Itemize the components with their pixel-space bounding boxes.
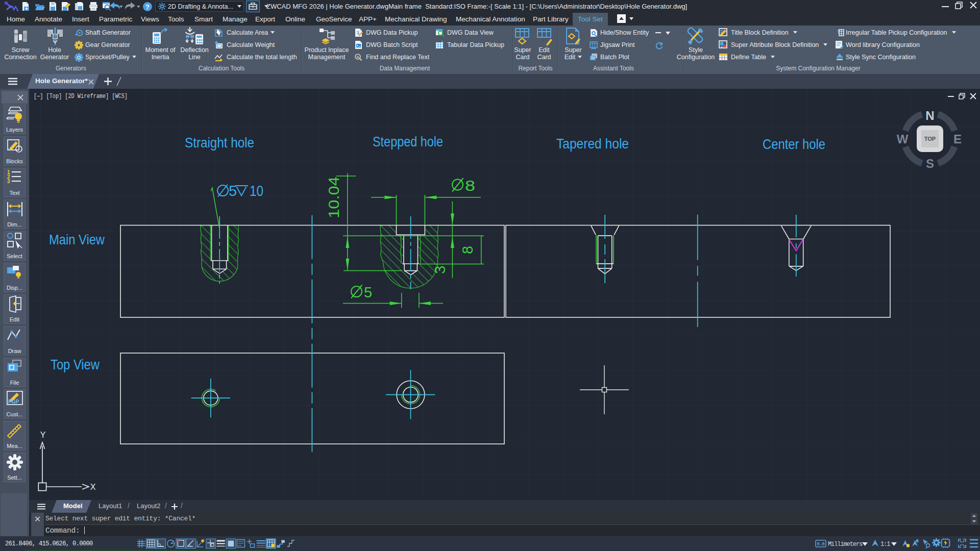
svg-text:Straight hole: Straight hole <box>185 134 254 151</box>
svg-text:1: 1 <box>357 30 359 35</box>
svg-text:8: 8 <box>465 178 475 194</box>
svg-text:TOP: TOP <box>924 136 936 142</box>
svg-text:Millimeters: Millimeters <box>828 541 863 548</box>
svg-text:[—] [Top] [2D Wireframe] [WCS]: [—] [Top] [2D Wireframe] [WCS] <box>34 93 128 100</box>
svg-text:PGP: PGP <box>8 399 19 405</box>
svg-text:0.0: 0.0 <box>817 542 825 547</box>
svg-text:S: S <box>926 157 934 170</box>
svg-text:N: N <box>925 109 934 122</box>
svg-text:5: 5 <box>364 284 372 300</box>
svg-text:Tapered hole: Tapered hole <box>556 135 629 152</box>
svg-text:Top View: Top View <box>51 356 100 372</box>
svg-text:Stepped hole: Stepped hole <box>373 133 443 149</box>
svg-text:3: 3 <box>432 266 448 274</box>
svg-text:10: 10 <box>250 183 263 199</box>
svg-text:3: 3 <box>7 179 10 184</box>
svg-text:10.04: 10.04 <box>326 177 342 218</box>
svg-text:A: A <box>356 55 359 59</box>
svg-text:E: E <box>953 132 962 146</box>
svg-text:1:1: 1:1 <box>880 541 890 548</box>
svg-text:W: W <box>897 132 909 146</box>
svg-text:5: 5 <box>229 183 237 199</box>
svg-text:X: X <box>90 483 96 491</box>
svg-text:?: ? <box>145 3 150 11</box>
svg-text:Center hole: Center hole <box>763 136 825 152</box>
svg-text:Y: Y <box>40 431 46 439</box>
svg-text:8: 8 <box>459 246 476 254</box>
svg-text:Main View: Main View <box>49 231 105 247</box>
